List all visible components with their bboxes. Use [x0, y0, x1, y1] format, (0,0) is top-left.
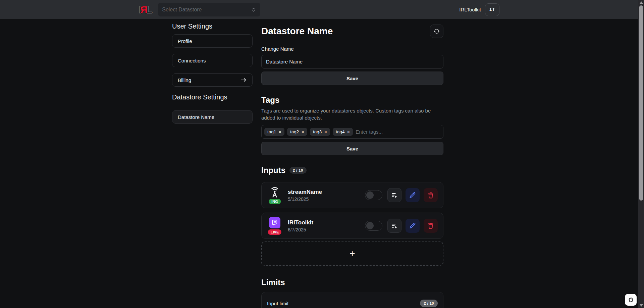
- pencil-icon: [409, 222, 416, 229]
- toggle-knob: [366, 191, 374, 199]
- top-navbar: I Я L Select Datastore IRLToolkit IT: [0, 0, 638, 19]
- inputs-count-badge: 2 / 10: [289, 167, 307, 174]
- inputs-header: Inputs 2 / 10: [261, 165, 443, 175]
- svelte-logo-icon: [627, 296, 635, 304]
- change-name-label: Change Name: [261, 46, 443, 52]
- input-row: ING streamName 5/12/2025: [261, 182, 443, 208]
- input-source: ING: [267, 185, 282, 205]
- input-name: IRlToolkit: [288, 219, 313, 226]
- datastore-settings-heading: Datastore Settings: [172, 93, 253, 101]
- navbar-account-area: IRLToolkit IT: [459, 3, 499, 16]
- datastore-select-placeholder: Select Datastore: [162, 7, 251, 13]
- twitch-icon: [269, 217, 280, 228]
- tag-chip: tag1 ×: [264, 128, 284, 136]
- status-badge: LIVE: [267, 229, 282, 235]
- input-info: IRlToolkit 6/7/2025: [288, 219, 313, 232]
- limit-count-badge: 2 / 10: [420, 300, 438, 307]
- sidebar-item-profile[interactable]: Profile: [172, 34, 253, 48]
- input-info: streamName 5/12/2025: [288, 189, 322, 202]
- change-name-input[interactable]: [261, 55, 443, 69]
- avatar-initials: IT: [489, 7, 495, 12]
- datastore-select[interactable]: Select Datastore: [158, 3, 260, 16]
- input-name: streamName: [288, 189, 322, 195]
- tag-chip: tag4 ×: [333, 128, 353, 136]
- sidebar-item-billing[interactable]: Billing: [172, 73, 253, 87]
- refresh-button[interactable]: [430, 25, 443, 38]
- account-name: IRLToolkit: [459, 7, 481, 12]
- refresh-icon: [434, 28, 440, 34]
- sidebar-item-label: Datastore Name: [178, 114, 214, 120]
- user-settings-heading: User Settings: [172, 22, 253, 31]
- input-date: 5/12/2025: [288, 196, 322, 202]
- edit-button[interactable]: [406, 188, 420, 202]
- tag-chip-label: tag1: [267, 129, 276, 134]
- logo-letter-r: Я: [140, 4, 147, 15]
- playlist-icon: [391, 222, 398, 229]
- tag-chip-label: tag2: [290, 129, 299, 134]
- tags-input[interactable]: [356, 129, 440, 135]
- main-content: Datastore Name Change Name Save Tags Tag…: [261, 19, 443, 308]
- input-row: LIVE IRlToolkit 6/7/2025: [261, 213, 443, 239]
- tag-chip-label: tag4: [336, 129, 344, 134]
- toggle-knob: [366, 222, 374, 229]
- account-avatar[interactable]: IT: [485, 3, 499, 16]
- edit-button[interactable]: [406, 219, 420, 233]
- arrow-right-icon: [240, 77, 247, 83]
- pencil-icon: [409, 192, 416, 199]
- remove-tag-icon[interactable]: ×: [347, 130, 350, 134]
- remove-tag-icon[interactable]: ×: [278, 130, 281, 134]
- playlist-button[interactable]: [387, 188, 401, 202]
- page-container: User Settings Profile Connections Billin…: [172, 19, 443, 308]
- save-tags-button[interactable]: Save: [261, 142, 443, 155]
- scrollbar-thumb[interactable]: [639, 5, 643, 201]
- navbar-container: I Я L Select Datastore IRLToolkit IT: [139, 3, 499, 16]
- limits-heading: Limits: [261, 277, 443, 288]
- trash-icon: [427, 222, 434, 229]
- vertical-scrollbar[interactable]: [638, 0, 644, 308]
- logo-letter-l: L: [146, 4, 151, 15]
- save-name-button[interactable]: Save: [261, 72, 443, 85]
- delete-button[interactable]: [424, 188, 438, 202]
- playlist-icon: [391, 192, 398, 199]
- tag-chip: tag3 ×: [310, 128, 330, 136]
- trash-icon: [427, 192, 434, 199]
- remove-tag-icon[interactable]: ×: [324, 130, 327, 134]
- remove-tag-icon[interactable]: ×: [301, 130, 304, 134]
- select-chevrons-icon: [251, 7, 256, 12]
- input-date: 6/7/2025: [288, 227, 313, 232]
- settings-sidebar: User Settings Profile Connections Billin…: [172, 19, 253, 308]
- irl-logo[interactable]: I Я L: [139, 4, 151, 15]
- main-header: Datastore Name: [261, 25, 443, 38]
- input-controls: [365, 219, 438, 233]
- sidebar-item-label: Billing: [178, 77, 191, 83]
- tag-chip-label: tag3: [313, 129, 322, 134]
- sidebar-item-label: Connections: [178, 58, 206, 63]
- sidebar-item-label: Profile: [178, 38, 192, 44]
- page-title: Datastore Name: [261, 26, 333, 37]
- input-controls: [365, 188, 438, 202]
- input-source: LIVE: [267, 216, 282, 235]
- tag-chip: tag2 ×: [287, 128, 307, 136]
- scroll-up-arrow[interactable]: [638, 0, 644, 5]
- playlist-button[interactable]: [387, 219, 401, 233]
- tags-description: Tags are used to organize your datastore…: [261, 107, 438, 121]
- sidebar-item-connections[interactable]: Connections: [172, 54, 253, 67]
- scroll-down-arrow[interactable]: [638, 303, 644, 308]
- sidebar-item-datastore-name[interactable]: Datastore Name: [172, 110, 253, 124]
- input-toggle[interactable]: [365, 190, 382, 200]
- plus-icon: +: [350, 248, 355, 259]
- inputs-heading: Inputs: [261, 165, 285, 175]
- limit-label: Input limit: [267, 300, 288, 306]
- delete-button[interactable]: [424, 219, 438, 233]
- status-badge: ING: [268, 198, 281, 205]
- add-input-button[interactable]: +: [261, 241, 443, 266]
- limit-row: Input limit 2 / 10: [261, 292, 443, 308]
- input-toggle[interactable]: [365, 221, 382, 231]
- tags-input-box: tag1 × tag2 × tag3 × tag4 ×: [261, 125, 443, 139]
- tags-heading: Tags: [261, 95, 443, 105]
- svelte-inspector-badge[interactable]: [625, 294, 637, 306]
